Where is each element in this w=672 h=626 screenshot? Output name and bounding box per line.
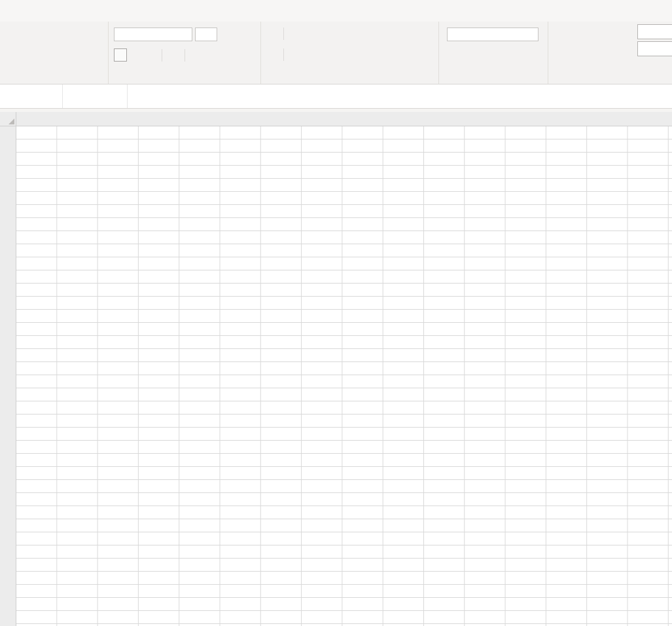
divider (185, 49, 185, 62)
clipboard-group (0, 22, 109, 84)
clipboard-small-buttons (37, 26, 54, 70)
cut-button[interactable] (37, 26, 54, 39)
cell-styles-gallery (637, 24, 672, 56)
decrease-font-size-button[interactable] (236, 28, 249, 41)
increase-font-size-button[interactable] (220, 28, 233, 41)
fill-color-button[interactable] (188, 54, 200, 57)
borders-button[interactable] (166, 48, 179, 62)
bold-button[interactable] (114, 48, 127, 62)
font-size-select[interactable] (195, 28, 217, 41)
ribbon (0, 22, 672, 84)
font-group (109, 22, 261, 84)
cell-style-normal[interactable] (637, 24, 672, 39)
alignment-group (261, 22, 439, 84)
font-color-bar (205, 54, 215, 57)
font-dialog-launcher-icon[interactable] (249, 73, 257, 81)
number-group (439, 22, 548, 84)
excel-window (0, 0, 672, 626)
column-headers (16, 112, 672, 126)
italic-button[interactable] (128, 48, 141, 62)
divider (283, 28, 284, 40)
conditional-formatting-button[interactable] (551, 26, 594, 38)
paste-button[interactable] (4, 25, 34, 79)
clipboard-dialog-launcher-icon[interactable] (97, 73, 105, 81)
format-as-table-button[interactable] (595, 26, 639, 38)
select-all-button[interactable] (0, 112, 16, 126)
fill-color-bar (190, 54, 199, 57)
font-name-select[interactable] (114, 28, 192, 41)
menu-bar (0, 0, 672, 22)
cell-style-percent[interactable] (637, 41, 672, 56)
formula-bar (0, 84, 672, 109)
styles-group (548, 22, 672, 84)
alignment-dialog-launcher-icon[interactable] (427, 73, 435, 81)
format-painter-button[interactable] (37, 57, 54, 70)
worksheet (0, 112, 672, 626)
divider (283, 48, 284, 61)
sheet-grid[interactable] (16, 126, 672, 626)
name-box[interactable] (0, 84, 63, 108)
divider (162, 49, 162, 62)
formula-input[interactable] (127, 84, 672, 108)
number-dialog-launcher-icon[interactable] (537, 73, 544, 81)
copy-button[interactable] (37, 41, 54, 54)
underline-button[interactable] (143, 48, 156, 62)
font-color-button[interactable] (204, 54, 216, 57)
row-headers (0, 126, 16, 626)
number-format-select[interactable] (447, 28, 539, 41)
